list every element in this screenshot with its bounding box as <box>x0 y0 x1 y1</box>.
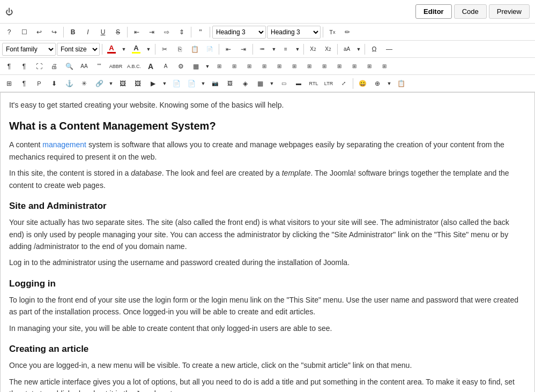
widget-dropdown[interactable]: ▼ <box>199 77 207 90</box>
table-col10[interactable]: ⊞ <box>347 60 361 73</box>
table-button[interactable]: ▦ <box>189 60 203 73</box>
table-col4[interactable]: ⊞ <box>257 60 271 73</box>
para-button[interactable]: ¶ <box>2 60 16 73</box>
align-left-button[interactable]: ⇤ <box>130 26 144 39</box>
list-ordered-button[interactable]: ≔ <box>255 43 269 56</box>
table-col3[interactable]: ⊞ <box>242 60 256 73</box>
table2-button[interactable]: ▦ <box>253 77 267 90</box>
management-link[interactable]: management <box>42 140 86 149</box>
abc-button[interactable]: A.B.C. <box>125 60 143 73</box>
layout-col2[interactable]: ▬ <box>292 77 306 90</box>
table-dropdown[interactable]: ▼ <box>204 60 211 73</box>
new-document-button[interactable]: ☐ <box>17 26 31 39</box>
link-button[interactable]: 🔗 <box>92 77 106 90</box>
rtl-button[interactable]: RTL <box>307 77 321 90</box>
p-format-button[interactable]: P <box>32 77 46 90</box>
paste-text-button[interactable]: 📄 <box>203 43 217 56</box>
anchor-button[interactable]: ⚓ <box>62 77 76 90</box>
fullscreen-button[interactable]: ⛶ <box>32 60 46 73</box>
para-format-button[interactable]: ¶ <box>17 77 31 90</box>
image-button[interactable]: 🖼 <box>116 77 130 90</box>
heading-select-1[interactable]: Heading 3 Heading 1 Heading 2 Paragraph <box>212 26 266 39</box>
power-icon[interactable]: ⏻ <box>5 7 13 16</box>
highlight-color-dropdown[interactable]: ▼ <box>144 43 153 56</box>
undo-button[interactable]: ↩ <box>32 26 46 39</box>
layout-col1[interactable]: ▭ <box>277 77 291 90</box>
preview-tab[interactable]: Preview <box>489 4 530 19</box>
font-size-small-button[interactable]: aA <box>340 43 354 56</box>
highlight-color-button[interactable]: A <box>129 43 143 56</box>
indent-button[interactable]: ⇥ <box>236 43 250 56</box>
heading-select-2[interactable]: Heading 3 Heading 1 Heading 2 Paragraph <box>267 26 321 39</box>
font-color-button[interactable]: A <box>105 43 118 56</box>
underline-button[interactable]: U <box>96 26 110 39</box>
download-button[interactable]: ⬇ <box>47 77 61 90</box>
editor-tab[interactable]: Editor <box>415 4 452 19</box>
strikethrough-button[interactable]: S <box>111 26 125 39</box>
print-button[interactable]: 🖨 <box>47 60 61 73</box>
component-dropdown[interactable]: ▼ <box>385 77 393 90</box>
font-size-select[interactable]: Font size <box>57 43 100 56</box>
table-col12[interactable]: ⊞ <box>377 60 391 73</box>
font-family-select[interactable]: Font family <box>2 43 56 56</box>
ltr-button[interactable]: LTR <box>322 77 336 90</box>
clear-formatting-button[interactable]: Tx <box>325 26 339 39</box>
help-button[interactable]: ? <box>2 26 16 39</box>
horizontal-rule-button[interactable]: — <box>382 43 396 56</box>
align-right-button[interactable]: ⇨ <box>160 26 174 39</box>
special-chars-button[interactable]: Ω <box>367 43 381 56</box>
bold-button[interactable]: B <box>66 26 80 39</box>
resize-button[interactable]: ⤢ <box>337 77 351 90</box>
abbr-button[interactable]: ABBR <box>107 60 124 73</box>
editor-content[interactable]: It's easy to get started creating your w… <box>1 93 534 392</box>
special2-button[interactable]: ✳ <box>77 77 91 90</box>
text-large-button[interactable]: A <box>144 60 158 73</box>
img-placeholder2[interactable]: 🖼 <box>223 77 237 90</box>
quote-button[interactable]: "" <box>92 60 106 73</box>
font-color-dropdown[interactable]: ▼ <box>120 43 128 56</box>
redo-button[interactable]: ↪ <box>47 26 61 39</box>
copy-button[interactable]: ⎘ <box>173 43 187 56</box>
list-dropdown[interactable]: ▼ <box>270 43 278 56</box>
shapes-button[interactable]: ◈ <box>238 77 252 90</box>
italic-button[interactable]: I <box>81 26 95 39</box>
clipboard2-button[interactable]: 📋 <box>394 77 408 90</box>
table-col1[interactable]: ⊞ <box>212 60 226 73</box>
table-col8[interactable]: ⊞ <box>317 60 331 73</box>
img-placeholder[interactable]: 📷 <box>208 77 222 90</box>
search-button[interactable]: 🔍 <box>62 60 76 73</box>
file-button[interactable]: 📄 <box>169 77 183 90</box>
subscript-button[interactable]: X2 <box>306 43 320 56</box>
table-col7[interactable]: ⊞ <box>302 60 316 73</box>
list-unordered-button[interactable]: ≡ <box>279 43 293 56</box>
cut-button[interactable]: ✂ <box>158 43 172 56</box>
para-right-button[interactable]: ¶ <box>17 60 31 73</box>
source-edit-button[interactable]: ✏ <box>340 26 354 39</box>
code-tab[interactable]: Code <box>454 4 487 19</box>
blockquote-button[interactable]: " <box>194 26 207 39</box>
table-col11[interactable]: ⊞ <box>362 60 376 73</box>
file2-button[interactable]: 📄 <box>184 77 198 90</box>
media-button[interactable]: ▶ <box>146 77 160 90</box>
outdent-button[interactable]: ⇤ <box>221 43 235 56</box>
media-dropdown[interactable]: ▼ <box>161 77 168 90</box>
align-justify-button[interactable]: ⇕ <box>175 26 189 39</box>
font-size-dropdown[interactable]: ▼ <box>355 43 362 56</box>
component-button[interactable]: ⊕ <box>370 77 384 90</box>
paste-button[interactable]: 📋 <box>188 43 202 56</box>
text-small-button[interactable]: A <box>159 60 173 73</box>
table-col5[interactable]: ⊞ <box>272 60 286 73</box>
emoji-button[interactable]: 😀 <box>355 77 369 90</box>
superscript-button[interactable]: X2 <box>321 43 335 56</box>
list-unordered-dropdown[interactable]: ▼ <box>294 43 301 56</box>
settings-button[interactable]: ⚙ <box>174 60 188 73</box>
link-dropdown[interactable]: ▼ <box>107 77 115 90</box>
table2-dropdown[interactable]: ▼ <box>268 77 276 90</box>
table-col9[interactable]: ⊞ <box>332 60 346 73</box>
block-grid-button[interactable]: ⊞ <box>2 77 16 90</box>
font-aa-button[interactable]: AA <box>77 60 91 73</box>
align-center-button[interactable]: ⇥ <box>145 26 159 39</box>
table-col2[interactable]: ⊞ <box>227 60 241 73</box>
table-col6[interactable]: ⊞ <box>287 60 301 73</box>
image2-button[interactable]: 🖼 <box>131 77 145 90</box>
